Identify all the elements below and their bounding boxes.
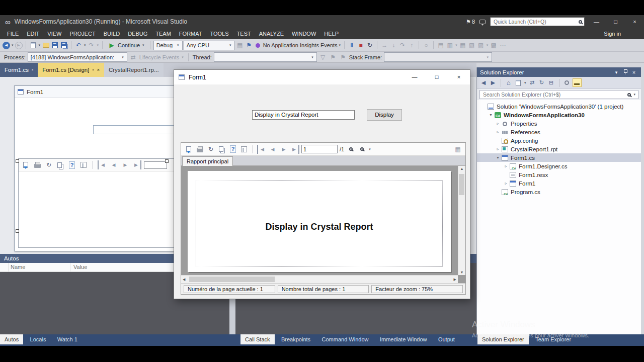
menu-build[interactable]: BUILD — [100, 28, 124, 39]
close-tab-icon[interactable]: × — [97, 67, 100, 72]
layout-grid-icon[interactable]: ▩ — [490, 41, 498, 50]
next-page-icon[interactable]: ▶ — [279, 145, 288, 154]
column-header-name[interactable]: Name — [9, 263, 70, 272]
preview-selected-items-toggle[interactable]: ▬ — [573, 78, 582, 87]
process-dropdown[interactable]: [4188] WindowsFormsApplication: ▾ — [28, 52, 127, 62]
report-text-input[interactable]: Display in Crystal Report — [252, 110, 355, 120]
size-caret-icon[interactable]: ▾ — [487, 43, 489, 47]
step-into-icon[interactable]: ↓ — [389, 41, 397, 50]
close-panel-icon[interactable]: × — [630, 69, 638, 75]
search-caret-icon[interactable]: ▾ — [633, 93, 635, 97]
search-box[interactable]: ▾ — [479, 90, 638, 99]
application-insights-icon[interactable] — [254, 41, 262, 50]
print-icon[interactable] — [195, 145, 204, 154]
minimize-button[interactable]: — — [404, 70, 426, 84]
solution-explorer-titlebar[interactable]: Solution Explorer ▾ × — [477, 67, 641, 77]
tree-item-app-config[interactable]: App.config — [477, 136, 641, 145]
tab-form1-cs[interactable]: Form1.cs ▫ — [0, 63, 38, 77]
selection-handle[interactable] — [16, 229, 19, 233]
next-page-icon[interactable]: ▶ — [121, 160, 130, 169]
tree-item-form1[interactable]: ▹ Form1 — [477, 179, 641, 188]
copy-icon[interactable] — [56, 160, 65, 169]
tree-item-references[interactable]: ▹ References — [477, 128, 641, 136]
refresh-icon[interactable]: ↻ — [206, 145, 215, 154]
toggle-parameter-panel-icon[interactable]: ? — [228, 145, 237, 154]
tab-call-stack[interactable]: Call Stack — [240, 334, 275, 344]
new-file-icon[interactable] — [29, 41, 37, 50]
break-all-icon[interactable]: ‖ — [348, 41, 356, 50]
tab-crystalreport1[interactable]: CrystalReport1.rp... — [104, 63, 164, 77]
restart-icon[interactable]: ↻ — [366, 41, 374, 50]
vertical-scroll-thumb[interactable] — [459, 174, 464, 195]
align-caret-icon[interactable]: ▾ — [455, 43, 457, 47]
tree-item-project[interactable]: ▾ C# WindowsFormsApplication30 — [477, 111, 641, 119]
continue-button[interactable]: ▶ Continue ▾ — [106, 40, 147, 50]
tab-breakpoints[interactable]: Breakpoints — [277, 334, 315, 344]
menu-team[interactable]: TEAM — [151, 28, 175, 39]
tree-item-form1-resx[interactable]: Form1.resx — [477, 170, 641, 179]
designer-page-number-input[interactable] — [144, 161, 167, 169]
attach-icon[interactable]: ▦ — [236, 41, 244, 50]
menu-window[interactable]: WINDOW — [288, 28, 320, 39]
lifecycle-events-label[interactable]: Lifecycle Events — [139, 54, 179, 60]
print-icon[interactable] — [33, 160, 42, 169]
tree-item-properties[interactable]: ▹ Properties — [477, 119, 641, 128]
scroll-up-icon[interactable]: ▲ — [460, 167, 464, 170]
prev-page-icon[interactable]: ◀ — [109, 160, 118, 169]
close-group-icon[interactable]: ▦ — [453, 145, 462, 154]
menu-project[interactable]: PROJECT — [65, 28, 99, 39]
flag-tool-icon[interactable]: ⚑ — [245, 41, 253, 50]
selection-handle[interactable] — [16, 159, 19, 163]
menu-tools[interactable]: TOOLS — [206, 28, 232, 39]
navigate-forward-icon[interactable]: ▶ — [15, 42, 23, 49]
make-same-height-icon[interactable]: ▨ — [477, 41, 485, 50]
menu-format[interactable]: FORMAT — [175, 28, 206, 39]
expander-icon[interactable]: ▾ — [488, 113, 494, 117]
copy-icon[interactable] — [217, 145, 226, 154]
page-number-input[interactable] — [301, 145, 338, 153]
export-icon[interactable] — [21, 160, 30, 169]
menu-help[interactable]: HELP — [320, 28, 343, 39]
tree-item-solution[interactable]: Solution 'WindowsFormsApplication30' (1 … — [477, 102, 641, 111]
flagged-threads-icon[interactable]: ⚑ — [339, 53, 347, 62]
expander-icon[interactable]: ▹ — [503, 164, 509, 168]
menu-file[interactable]: FILE — [3, 28, 23, 39]
navigate-back-icon[interactable]: ◀ — [3, 42, 10, 49]
zoom-icon[interactable] — [357, 145, 366, 154]
stop-debugging-icon[interactable]: ■ — [357, 41, 365, 50]
selection-handle[interactable] — [165, 159, 169, 163]
scroll-right-icon[interactable]: ▶ — [454, 278, 456, 282]
thread-dropdown[interactable]: ▾ — [214, 52, 317, 62]
menu-view[interactable]: VIEW — [43, 28, 65, 39]
scope-caret-icon[interactable]: ▾ — [524, 81, 526, 85]
scope-icon[interactable] — [514, 78, 522, 87]
feedback-icon[interactable] — [479, 20, 486, 24]
align-tops-icon[interactable]: ▦ — [459, 41, 467, 50]
expander-icon[interactable]: ▾ — [495, 155, 501, 160]
menu-analyze[interactable]: ANALYZE — [255, 28, 288, 39]
new-file-caret-icon[interactable]: ▾ — [39, 43, 41, 47]
solution-configuration-dropdown[interactable]: Debug ▾ — [153, 41, 183, 50]
tab-autos[interactable]: Autos — [0, 334, 23, 344]
scroll-left-icon[interactable]: ◀ — [183, 278, 185, 282]
export-icon[interactable] — [184, 145, 193, 154]
se-back-icon[interactable]: ◀ — [479, 78, 488, 87]
tree-item-form1-cs[interactable]: ▾ Form1.cs — [477, 153, 641, 162]
tab-form1-cs-design[interactable]: Form1.cs [Design] ▫ × — [38, 63, 104, 77]
toggle-group-tree-icon[interactable] — [79, 160, 88, 169]
main-report-tab[interactable]: Rapport principal — [182, 156, 233, 166]
align-lefts-icon[interactable]: ▤ — [437, 41, 445, 50]
pin-icon[interactable]: ▫ — [92, 67, 94, 72]
flag-thread-icon[interactable]: ⚑ — [329, 53, 337, 62]
hex-display-icon[interactable]: ○ — [422, 41, 430, 50]
close-button[interactable]: × — [448, 70, 470, 84]
maximize-button[interactable]: □ — [608, 15, 623, 28]
step-out-icon[interactable]: ↑ — [408, 41, 416, 50]
toggle-group-tree-icon[interactable] — [239, 145, 249, 154]
undo-caret-icon[interactable]: ▾ — [84, 43, 86, 47]
last-page-icon[interactable]: ▶ — [132, 160, 141, 169]
expander-icon[interactable]: ▹ — [495, 121, 501, 126]
find-icon[interactable] — [346, 145, 355, 154]
quick-launch-input[interactable] — [493, 18, 577, 25]
scroll-down-icon[interactable]: ▼ — [460, 270, 464, 274]
